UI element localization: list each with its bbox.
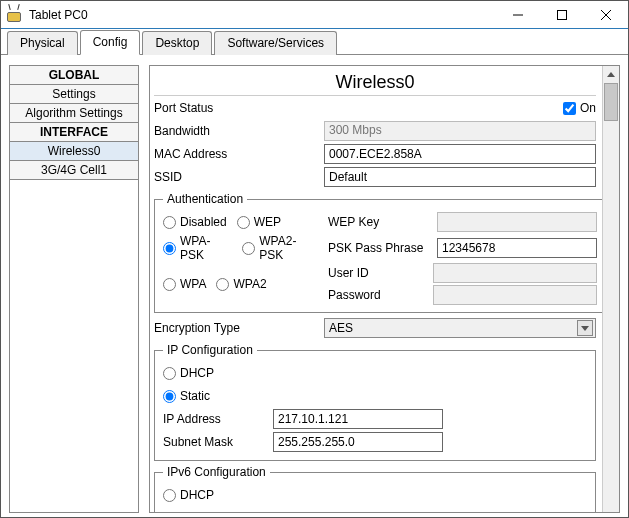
sidebar-item-3g4g-cell1[interactable]: 3G/4G Cell1 [10,161,138,180]
panel-title: Wireless0 [154,70,596,96]
svg-rect-1 [558,10,567,19]
device-icon [7,8,23,22]
ipv6-auto-config-radio[interactable] [163,512,176,514]
tab-software-services[interactable]: Software/Services [214,31,337,55]
wep-key-label: WEP Key [328,215,433,229]
psk-pass-phrase-input[interactable] [437,238,597,258]
userid-label: User ID [328,266,433,280]
ssid-input[interactable] [324,167,596,187]
close-button[interactable] [584,1,628,28]
window-controls [496,1,628,28]
ip-configuration-group: IP Configuration DHCP Static IP Address … [154,343,596,461]
maximize-button[interactable] [540,1,584,28]
ipv6-configuration-group: IPv6 Configuration DHCP Auto Config Stat… [154,465,596,513]
scroll-up-arrow-icon[interactable] [603,66,619,83]
content-area: GLOBAL Settings Algorithm Settings INTER… [1,55,628,517]
wep-key-input [437,212,597,232]
ip-configuration-legend: IP Configuration [163,343,257,357]
chevron-down-icon [577,320,593,336]
auth-wpa2-radio[interactable] [216,278,229,291]
auth-wpa2-psk-radio[interactable] [242,242,255,255]
sidebar-item-wireless0[interactable]: Wireless0 [10,142,138,161]
vertical-scroll-thumb[interactable] [604,83,618,121]
mac-address-label: MAC Address [154,147,324,161]
ip-dhcp-radio[interactable] [163,367,176,380]
vertical-scrollbar[interactable] [602,66,619,513]
password-label: Password [328,288,433,302]
minimize-button[interactable] [496,1,540,28]
panel-scroll-content: Wireless0 Port Status On Bandwidth 300 M… [150,66,602,513]
config-sidebar: GLOBAL Settings Algorithm Settings INTER… [9,65,139,513]
ssid-label: SSID [154,170,324,184]
subnet-mask-label: Subnet Mask [163,435,273,449]
port-status-label: Port Status [154,101,213,115]
port-status-checkbox[interactable] [563,102,576,115]
port-status-on-label: On [580,101,596,115]
ip-static-radio[interactable] [163,390,176,403]
tab-desktop[interactable]: Desktop [142,31,212,55]
sidebar-item-settings[interactable]: Settings [10,85,138,104]
ipv6-configuration-legend: IPv6 Configuration [163,465,270,479]
window-title: Tablet PC0 [29,8,496,22]
bandwidth-value: 300 Mbps [324,121,596,141]
tab-config[interactable]: Config [80,30,141,55]
auth-wpa-radio[interactable] [163,278,176,291]
titlebar: Tablet PC0 [1,1,628,29]
main-tabs: Physical Config Desktop Software/Service… [1,29,628,55]
auth-disabled-radio[interactable] [163,216,176,229]
auth-wep-radio[interactable] [237,216,250,229]
encryption-type-label: Encryption Type [154,321,324,335]
sidebar-header-interface: INTERFACE [10,123,138,142]
sidebar-item-algorithm-settings[interactable]: Algorithm Settings [10,104,138,123]
userid-input [433,263,597,283]
sidebar-header-global: GLOBAL [10,66,138,85]
bandwidth-label: Bandwidth [154,124,324,138]
mac-address-input[interactable] [324,144,596,164]
ipv6-dhcp-radio[interactable] [163,489,176,502]
tab-physical[interactable]: Physical [7,31,78,55]
auth-wpa-psk-radio[interactable] [163,242,176,255]
authentication-legend: Authentication [163,192,247,206]
subnet-mask-input[interactable] [273,432,443,452]
app-window: Tablet PC0 Physical Config Desktop Softw… [0,0,629,518]
encryption-type-select[interactable]: AES [324,318,596,338]
authentication-group: Authentication Disabled WEP WEP Key [154,192,602,313]
config-panel: Wireless0 Port Status On Bandwidth 300 M… [149,65,620,513]
psk-pass-phrase-label: PSK Pass Phrase [328,241,433,255]
ip-address-input[interactable] [273,409,443,429]
ip-address-label: IP Address [163,412,273,426]
password-input [433,285,597,305]
